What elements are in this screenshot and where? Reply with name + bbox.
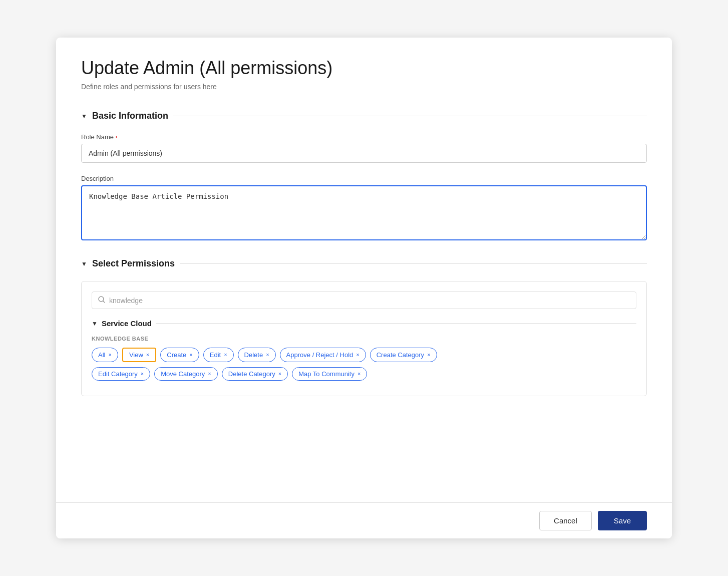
permissions-search-input[interactable]: [109, 297, 630, 305]
tag-delete-category: Delete Category ×: [222, 367, 288, 381]
tag-move-category-close[interactable]: ×: [208, 371, 211, 377]
tag-approve-reject-hold: Approve / Reject / Hold ×: [280, 348, 366, 362]
basic-information-section: ▼ Basic Information Role Name • Descript…: [81, 111, 647, 242]
basic-info-header: ▼ Basic Information: [81, 111, 647, 121]
description-textarea[interactable]: Knowledge Base Article Permission: [81, 185, 647, 240]
tag-view: View ×: [122, 348, 156, 362]
tag-delete: Delete ×: [238, 348, 276, 362]
permissions-title: Select Permissions: [92, 258, 175, 269]
tag-create-category: Create Category ×: [370, 348, 437, 362]
basic-info-divider: [173, 116, 647, 116]
modal-container: Update Admin (All permissions) Define ro…: [56, 38, 672, 538]
page-subtitle: Define roles and permissions for users h…: [81, 83, 647, 91]
modal-footer: Cancel Save: [56, 502, 672, 538]
tag-edit: Edit ×: [203, 348, 234, 362]
tag-map-to-community-close[interactable]: ×: [357, 371, 360, 377]
search-icon: [98, 296, 105, 305]
permissions-chevron[interactable]: ▼: [81, 260, 87, 267]
description-label: Description: [81, 175, 647, 182]
modal-body: Update Admin (All permissions) Define ro…: [56, 38, 672, 538]
basic-info-title: Basic Information: [92, 111, 168, 121]
tag-approve-reject-hold-close[interactable]: ×: [356, 352, 359, 358]
search-row: [92, 292, 636, 309]
role-name-group: Role Name •: [81, 133, 647, 163]
role-name-label: Role Name •: [81, 133, 647, 141]
tag-map-to-community: Map To Community ×: [292, 367, 367, 381]
svg-line-1: [103, 301, 105, 303]
tag-all: All ×: [92, 348, 118, 362]
cancel-button[interactable]: Cancel: [539, 511, 592, 530]
permissions-divider: [180, 263, 647, 264]
description-group: Description Knowledge Base Article Permi…: [81, 175, 647, 242]
tag-create: Create ×: [160, 348, 199, 362]
tag-view-close[interactable]: ×: [146, 352, 149, 358]
service-cloud-chevron[interactable]: ▼: [92, 320, 98, 327]
page-title: Update Admin (All permissions): [81, 58, 647, 79]
tag-edit-close[interactable]: ×: [224, 352, 227, 358]
required-indicator: •: [116, 134, 118, 140]
service-divider: [156, 323, 636, 324]
basic-info-chevron[interactable]: ▼: [81, 113, 87, 120]
tag-edit-category: Edit Category ×: [92, 367, 150, 381]
tag-create-close[interactable]: ×: [189, 352, 192, 358]
service-cloud-title: Service Cloud: [102, 319, 152, 328]
tags-row-1: All × View × Create × Edit: [92, 348, 636, 362]
tags-row-2: Edit Category × Move Category × Delete C…: [92, 367, 636, 381]
tag-create-category-close[interactable]: ×: [427, 352, 430, 358]
tag-delete-category-close[interactable]: ×: [278, 371, 281, 377]
role-name-input[interactable]: [81, 144, 647, 163]
permissions-box: ▼ Service Cloud KNOWLEDGE BASE All × Vie…: [81, 281, 647, 396]
permissions-header: ▼ Select Permissions: [81, 258, 647, 269]
service-cloud-header: ▼ Service Cloud: [92, 319, 636, 328]
service-cloud-section: ▼ Service Cloud KNOWLEDGE BASE All × Vie…: [92, 319, 636, 381]
knowledge-base-label: KNOWLEDGE BASE: [92, 336, 636, 342]
tag-all-close[interactable]: ×: [108, 352, 111, 358]
select-permissions-section: ▼ Select Permissions: [81, 258, 647, 396]
tag-edit-category-close[interactable]: ×: [141, 371, 144, 377]
save-button[interactable]: Save: [598, 511, 647, 530]
tag-move-category: Move Category ×: [154, 367, 218, 381]
tag-delete-close[interactable]: ×: [266, 352, 269, 358]
